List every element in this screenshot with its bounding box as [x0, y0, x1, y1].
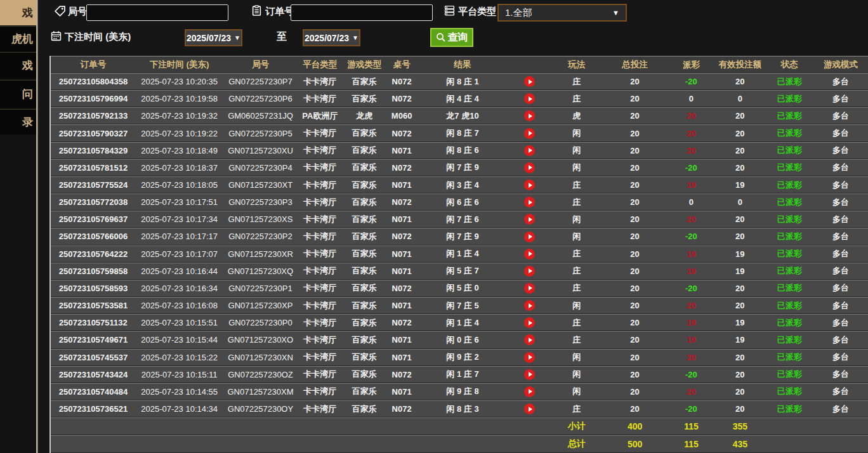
table-header-row: 订单号下注时间 (美东)局号平台类型游戏类型桌号结果玩法总投注派彩有效投注额状态… — [51, 56, 868, 73]
cell-table_no: N072 — [386, 232, 417, 241]
replay-play-icon[interactable] — [524, 369, 535, 380]
replay-play-icon[interactable] — [524, 128, 535, 139]
sidebar: 戏 虎机 戏 问 录 — [0, 0, 37, 453]
search-button[interactable]: 查询 — [430, 28, 473, 47]
cell-platform: 卡卡湾厅 — [298, 214, 342, 225]
table-row: 2507231057535812025-07-23 10:16:08GN0712… — [51, 297, 868, 314]
cell-payout: 20 — [667, 129, 714, 138]
cell-replay — [508, 369, 551, 380]
cell-play: 闲 — [551, 231, 602, 242]
replay-play-icon[interactable] — [524, 232, 535, 242]
sidebar-item-slots[interactable]: 虎机 — [0, 26, 37, 51]
cell-status: 已派彩 — [765, 386, 813, 397]
replay-play-icon[interactable] — [524, 283, 535, 294]
search-button-label: 查询 — [448, 31, 468, 44]
cell-play: 闲 — [551, 128, 602, 139]
calendar-icon — [51, 30, 62, 41]
cell-payout: 20 — [667, 301, 714, 310]
replay-play-icon[interactable] — [524, 110, 535, 121]
replay-play-icon[interactable] — [524, 249, 535, 259]
cell-result: 闲 7 庄 5 — [417, 300, 508, 312]
sidebar-item-query[interactable]: 问 — [0, 80, 37, 108]
sidebar-item-games[interactable]: 戏 — [0, 52, 37, 79]
replay-play-icon[interactable] — [524, 162, 535, 173]
cell-platform: 卡卡湾厅 — [298, 248, 342, 259]
cell-bet: 20 — [602, 129, 668, 138]
replay-play-icon[interactable] — [524, 352, 535, 363]
cell-round: GM060257231JQ — [223, 111, 298, 121]
table-row: 2507231057696372025-07-23 10:17:34GN0712… — [51, 211, 868, 228]
chevron-down-icon: ▼ — [352, 34, 358, 41]
cell-payout: -20 — [667, 232, 714, 241]
sidebar-item-active[interactable]: 戏 — [0, 0, 37, 25]
cell-status: 已派彩 — [765, 248, 813, 259]
total-bet: 500 — [602, 439, 668, 449]
cell-table_no: N072 — [386, 370, 417, 379]
cell-bet: 20 — [602, 353, 668, 362]
cell-valid: 19 — [714, 180, 765, 190]
platform-select[interactable]: 1.全部 ▼ — [497, 4, 627, 22]
replay-play-icon[interactable] — [524, 180, 535, 190]
cell-table_no: N072 — [386, 129, 417, 138]
date-from-picker[interactable]: 2025/07/23 ▼ — [185, 29, 242, 46]
replay-play-icon[interactable] — [524, 76, 535, 87]
cell-platform: 卡卡湾厅 — [298, 300, 342, 312]
cell-result: 闲 9 庄 2 — [417, 351, 508, 363]
cell-time: 2025-07-23 10:14:34 — [136, 404, 223, 414]
table-row: 2507231058043582025-07-23 10:20:35GN0722… — [51, 73, 868, 90]
cell-mode: 多台 — [813, 128, 868, 139]
cell-payout: 19 — [667, 335, 714, 345]
cell-table_no: N071 — [386, 387, 417, 397]
sidebar-item-records[interactable]: 录 — [0, 109, 37, 135]
replay-play-icon[interactable] — [524, 93, 535, 104]
cell-mode: 多台 — [813, 110, 868, 122]
table-row: 2507231057365212025-07-23 10:14:34GN0722… — [51, 400, 868, 417]
cell-payout: 0 — [667, 94, 714, 103]
table-row: 2507231057660062025-07-23 10:17:17GN0722… — [51, 228, 868, 245]
cell-table_no: N072 — [386, 284, 417, 293]
column-header-mode: 游戏模式 — [813, 59, 868, 70]
cell-time: 2025-07-23 10:15:11 — [136, 370, 223, 379]
table-row: 2507231057585932025-07-23 10:16:34GN0722… — [51, 280, 868, 297]
cell-time: 2025-07-23 10:15:44 — [136, 335, 223, 345]
cell-result: 闲 8 庄 7 — [417, 128, 508, 139]
cell-mode: 多台 — [813, 197, 868, 208]
cell-play: 庄 — [551, 404, 602, 415]
cell-bet: 20 — [602, 284, 668, 293]
cell-bet: 20 — [602, 214, 668, 224]
cell-valid: 20 — [714, 301, 765, 310]
cell-table_no: N072 — [386, 94, 417, 103]
cell-order: 250723105745537 — [51, 353, 136, 362]
column-header-order: 订单号 — [51, 59, 136, 70]
round-input[interactable] — [86, 4, 228, 21]
cell-game: 百家乐 — [342, 248, 386, 259]
cell-round: GN072257230P4 — [223, 163, 298, 173]
cell-play: 闲 — [551, 386, 602, 397]
cell-status: 已派彩 — [765, 162, 813, 173]
order-input[interactable] — [291, 4, 433, 21]
cell-platform: 卡卡湾厅 — [298, 162, 342, 173]
replay-play-icon[interactable] — [524, 214, 535, 225]
replay-play-icon[interactable] — [524, 404, 535, 414]
date-to-picker[interactable]: 2025/07/23 ▼ — [303, 29, 360, 46]
table-row: 2507231057903272025-07-23 10:19:22GN0722… — [51, 124, 868, 141]
cell-platform: 卡卡湾厅 — [298, 180, 342, 191]
cell-round: GN071257230XR — [223, 249, 298, 259]
cell-round: GN072257230OY — [223, 404, 298, 414]
cell-game: 百家乐 — [342, 386, 386, 397]
cell-play: 庄 — [551, 93, 602, 105]
cell-platform: PA欧洲厅 — [298, 110, 342, 122]
replay-play-icon[interactable] — [524, 317, 535, 328]
tag-icon — [55, 6, 65, 16]
column-header-play: 玩法 — [551, 59, 602, 70]
cell-replay — [508, 162, 551, 173]
replay-play-icon[interactable] — [524, 334, 535, 345]
replay-play-icon[interactable] — [524, 197, 535, 207]
replay-play-icon[interactable] — [524, 386, 535, 397]
replay-play-icon[interactable] — [524, 266, 535, 277]
replay-play-icon[interactable] — [524, 145, 535, 156]
cell-game: 百家乐 — [342, 369, 386, 380]
cell-replay — [508, 110, 551, 121]
replay-play-icon[interactable] — [524, 300, 535, 311]
cell-platform: 卡卡湾厅 — [298, 282, 342, 294]
